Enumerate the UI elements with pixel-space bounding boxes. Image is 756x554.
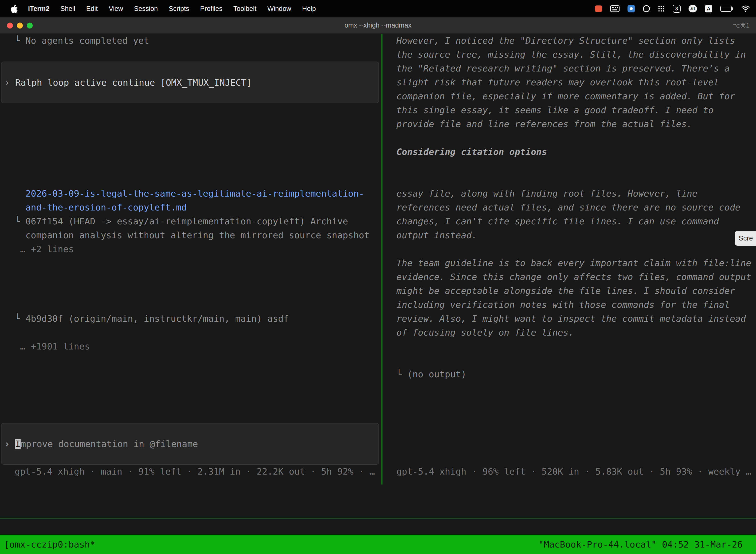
pane-divider[interactable] [381, 34, 382, 485]
log-commit-line: └ 4b9d30f (origin/main, instructkr/main,… [0, 312, 381, 326]
thinking-text: including verification notes with those … [383, 298, 756, 312]
diffstat-summary-row: 1903 files changed, 513517 insertions(+) [0, 367, 381, 381]
menubar-item-toolbelt[interactable]: Toolbelt [228, 0, 262, 17]
menubar-item-scripts[interactable]: Scripts [163, 0, 195, 17]
dark-app-icon[interactable] [643, 0, 650, 17]
input-placeholder: mprove documentation in @filename [20, 439, 198, 449]
list-command-row: └ List git ls-files [0, 131, 381, 145]
ralph-loop-text: Ralph loop active continue [OMX_TMUX_INJ… [15, 77, 252, 88]
thinking-text: evidence. Since this change only affects… [383, 270, 756, 284]
apple-menu[interactable] [6, 5, 22, 13]
prompt-chevron: › [4, 439, 15, 449]
input-source-icon[interactable]: A [705, 5, 712, 12]
thinking-text: I could cite commit statistics or refere… [383, 173, 756, 187]
macos-menubar: iTerm2 Shell Edit View Session Scripts P… [0, 0, 756, 17]
menubar-item-shell[interactable]: Shell [55, 0, 81, 17]
truncated-lines-note: … +1901 lines [0, 340, 381, 353]
thinking-text: the source tree, missing the essay. Stil… [383, 48, 756, 62]
thinking-text: of focusing solely on file lines. [383, 326, 756, 340]
menubar-app-name[interactable]: iTerm2 [22, 0, 55, 17]
tmux-status-bar: [omx-cczip0:bash* "MacBook-Pro-44.local"… [0, 535, 756, 554]
thinking-text: the "Related research writing" section i… [383, 62, 756, 75]
git-log-command-row: • Ran git log --oneline --decorate -n 5 … [0, 298, 381, 312]
window-title: omx --xhigh --madmax [344, 21, 412, 29]
truncated-lines-note: … +2 lines [0, 242, 381, 256]
menubar-item-edit[interactable]: Edit [81, 0, 104, 17]
thinking-text: essay file, along with finding root file… [383, 187, 756, 201]
working-status-row: • Working (11m 13s • esc to interrupt) ·… [0, 395, 381, 409]
diffstat-row: README.md| 280 + [0, 326, 381, 340]
diffstat-row: src/voice/voiceModeEnabled.ts| 54 + [0, 353, 381, 367]
menubar-item-help[interactable]: Help [297, 0, 321, 17]
thinking-text: The team guideline is to back every impo… [383, 256, 756, 270]
wifi-icon[interactable] [741, 0, 750, 17]
thinking-text: references need actual files, and since … [383, 201, 756, 214]
commit-message-line: companion analysis without altering the … [0, 228, 381, 242]
text-cursor: I [15, 439, 20, 449]
thinking-text: output instead. [383, 228, 756, 242]
prompt-chevron: › [4, 77, 15, 88]
window-shortcut-badge: ⌥⌘1 [733, 22, 750, 29]
left-terminal-pane[interactable]: └ No agents completed yet › Ralph loop a… [0, 34, 381, 485]
menubar-item-view[interactable]: View [103, 0, 128, 17]
thinking-text: might be acceptable alongside the file l… [383, 284, 756, 298]
keyboard-icon[interactable] [610, 0, 620, 17]
apple-icon [11, 5, 18, 13]
minimize-button[interactable] [17, 22, 23, 29]
explored-header-row: • Explored [0, 117, 381, 131]
horizontal-pane-divider [0, 518, 756, 518]
window-titlebar: omx --xhigh --madmax ⌥⌘1 [0, 17, 756, 34]
menubar-item-window[interactable]: Window [262, 0, 297, 17]
right-terminal-pane[interactable]: However, I noticed the "Directory Struct… [383, 34, 756, 485]
prompt-input-right[interactable]: › Improve documentation in @filename [383, 437, 756, 451]
thinking-text: slight risk that future readers may over… [383, 75, 756, 89]
zoom-button[interactable] [27, 22, 33, 29]
git-show-command-row: • Ran git show --stat --oneline --decora… [0, 173, 381, 187]
search-command-row: Search 2026-03-09-is-legal-the-same-as-l… [0, 145, 381, 159]
diffstat-summary-row: 2 files changed, 92 insertions(+) [0, 270, 381, 284]
blue-app-icon[interactable] [628, 0, 635, 17]
menubar-item-profiles[interactable]: Profiles [195, 0, 228, 17]
diffstat-row: README.md| 4 + [0, 256, 381, 270]
waiting-status-row: • Waiting for background terminal (1m 41… [383, 395, 756, 409]
close-button[interactable] [7, 22, 13, 29]
agents-status-line: └ No agents completed yet [0, 34, 381, 48]
thinking-text: companion file, especially if more comme… [383, 89, 756, 103]
thinking-text: However, I noticed the "Directory Struct… [383, 34, 756, 48]
screenshot-button[interactable]: Scre [735, 231, 756, 246]
essay-filename-line-2: and-the-erosion-of-copyleft.md [0, 201, 381, 214]
menubar-item-session[interactable]: Session [128, 0, 163, 17]
session-statusline-left: gpt-5.4 xhigh · main · 91% left · 2.31M … [0, 465, 381, 479]
screen-recording-indicator-icon[interactable] [595, 0, 602, 17]
dots-grid-icon[interactable] [658, 0, 665, 17]
tmux-session-window[interactable]: [omx-cczip0:bash* [4, 539, 95, 550]
battery-icon[interactable] [720, 0, 733, 17]
thinking-text: provide file and line references from th… [383, 117, 756, 131]
keycap-8-icon[interactable]: 8 [673, 5, 681, 13]
terminal[interactable]: └ No agents completed yet › Ralph loop a… [0, 34, 756, 535]
commit-line: └ 067f154 (HEAD -> essay/ai-reimplementa… [0, 214, 381, 228]
ralph-loop-banner: › Ralph loop active continue [OMX_TMUX_I… [1, 62, 379, 103]
thinking-text: changes, I can't cite specific file line… [383, 214, 756, 228]
session-statusline-right: gpt-5.4 xhigh · 96% left · 520K in · 5.8… [383, 465, 756, 479]
thinking-text: review. Also, I might want to inspect th… [383, 312, 756, 326]
tmux-host-clock: "MacBook-Pro-44.local" 04:52 31-Mar-26 [538, 539, 743, 550]
thinking-text: this single essay, it seems like a good … [383, 103, 756, 117]
no-output-line: └ (no output) [383, 367, 756, 381]
prompt-input-left[interactable]: › Improve documentation in @filename [1, 423, 379, 465]
git-status-command-row: • Ran git status --short [383, 353, 756, 367]
cpu-gauge-icon[interactable]: .61 [689, 5, 697, 12]
thinking-heading: Considering citation options [383, 145, 756, 159]
traffic-lights [7, 17, 33, 34]
essay-filename-line-1: 2026-03-09-is-legal-the-same-as-legitima… [0, 187, 381, 201]
